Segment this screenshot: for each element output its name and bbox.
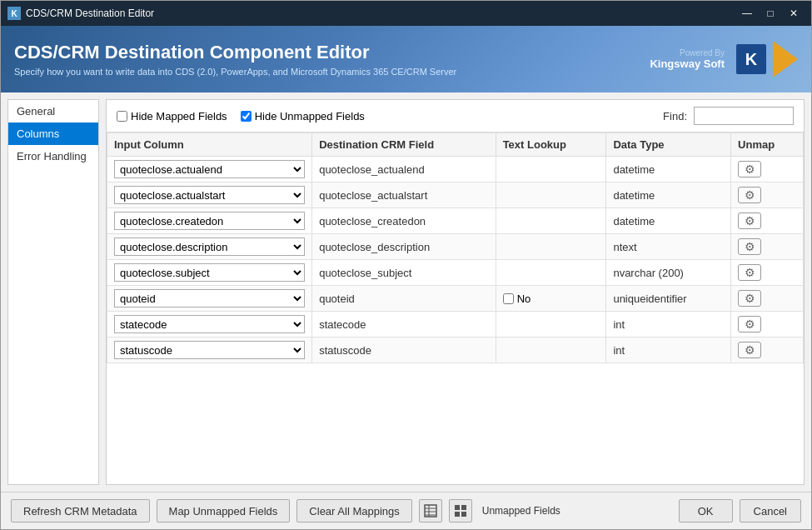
dest-field-cell: statuscode [312,338,496,363]
svg-rect-7 [455,512,460,517]
find-input[interactable] [694,107,794,125]
unmap-button[interactable]: ⚙ [738,187,761,203]
input-select[interactable]: quoteclose.description [114,238,305,256]
unmap-cell: ⚙ [731,260,804,286]
find-label: Find: [663,110,687,122]
cancel-button[interactable]: Cancel [740,499,801,522]
input-select[interactable]: quoteclose.createdon [114,212,305,230]
input-col-cell: quoteclose.actualstart [107,182,312,208]
bottom-bar: Refresh CRM Metadata Map Unmapped Fields… [1,492,811,529]
data-type-cell: datetime [606,182,731,208]
data-type-cell: ntext [606,234,731,260]
header-logo: Powered By Kingsway Soft K [650,41,798,78]
table-container: Input Column Destination CRM Field Text … [107,132,804,484]
svg-rect-8 [461,512,466,517]
table-header-row: Input Column Destination CRM Field Text … [107,133,804,157]
input-select[interactable]: quoteclose.actualend [114,160,305,178]
icon-button-1[interactable] [419,499,442,522]
text-lookup-cell: No [496,286,606,312]
text-lookup-cell [496,234,606,260]
logo-arrow [773,41,798,78]
maximize-button[interactable]: □ [760,5,781,22]
col-header-lookup: Text Lookup [496,133,606,157]
table-row: quoteclose.subjectquoteclose_subjectnvar… [107,260,804,286]
text-lookup-cell [496,182,606,208]
find-group: Find: [663,107,794,125]
unmap-button[interactable]: ⚙ [738,212,761,229]
table-row: quoteclose.descriptionquoteclose_descrip… [107,234,804,260]
dest-field-cell: statecode [312,312,496,338]
unmap-icon: ⚙ [745,214,755,228]
unmap-button[interactable]: ⚙ [738,316,761,332]
title-bar-controls: — □ ✕ [736,5,805,22]
input-col-cell: quoteclose.description [107,234,312,260]
unmap-button[interactable]: ⚙ [738,342,761,358]
data-type-cell: int [606,338,731,363]
logo-k: K [736,44,766,74]
header-left: CDS/CRM Destination Component Editor Spe… [14,42,456,77]
unmap-icon: ⚙ [745,162,755,176]
unmap-button[interactable]: ⚙ [738,264,761,281]
unmap-button[interactable]: ⚙ [738,290,761,307]
input-col-cell: quoteclose.actualend [107,157,312,182]
icon-button-2[interactable] [449,499,472,522]
table-icon [424,504,437,518]
table-row: quoteidquoteidNouniqueidentifier⚙ [107,286,804,312]
dest-field-cell: quoteclose_description [312,234,496,260]
input-col-cell: quoteid [107,286,312,312]
col-header-input: Input Column [107,133,312,157]
table-row: quoteclose.actualendquoteclose_actualend… [107,157,804,182]
input-col-cell: statuscode [107,338,312,363]
text-lookup-checkbox[interactable] [503,293,514,304]
brand-name: Kingsway Soft [650,58,725,70]
page-subtitle: Specify how you want to write data into … [14,67,456,77]
sidebar-item-general[interactable]: General [8,100,98,122]
text-lookup-label: No [517,292,531,305]
data-type-cell: datetime [606,208,731,234]
col-header-datatype: Data Type [606,133,731,157]
title-bar: K CDS/CRM Destination Editor — □ ✕ [1,1,811,26]
unmap-cell: ⚙ [731,182,804,208]
hide-unmapped-checkbox[interactable] [241,111,252,122]
clear-mappings-button[interactable]: Clear All Mappings [296,499,411,522]
input-select[interactable]: quoteclose.actualstart [114,186,305,204]
input-select[interactable]: statecode [114,315,305,333]
sidebar: General Columns Error Handling [7,99,99,485]
unmap-cell: ⚙ [731,157,804,182]
refresh-button[interactable]: Refresh CRM Metadata [11,499,150,522]
input-col-cell: quoteclose.subject [107,260,312,286]
text-lookup-cell [496,260,606,286]
minimize-button[interactable]: — [736,5,758,22]
map-unmapped-button[interactable]: Map Unmapped Fields [157,499,291,522]
right-panel: Hide Mapped Fields Hide Unmapped Fields … [106,99,805,485]
dest-field-cell: quoteclose_createdon [312,208,496,234]
sidebar-item-columns[interactable]: Columns [8,122,98,145]
powered-by-text: Powered By [650,48,725,58]
unmap-icon: ⚙ [745,266,755,279]
table-row: statecodestatecodeint⚙ [107,312,804,338]
unmap-icon: ⚙ [745,188,755,202]
hide-mapped-label: Hide Mapped Fields [131,110,227,122]
input-select[interactable]: quoteid [114,289,305,308]
unmapped-fields-label: Unmapped Fields [482,505,560,517]
text-lookup-cell [496,312,606,338]
ok-button[interactable]: OK [679,499,733,522]
col-header-unmap: Unmap [731,133,804,157]
unmap-cell: ⚙ [731,286,804,312]
close-button[interactable]: ✕ [783,5,805,22]
input-select[interactable]: statuscode [114,341,305,359]
hide-mapped-checkbox[interactable] [117,111,127,122]
table-row: quoteclose.actualstartquoteclose_actuals… [107,182,804,208]
unmap-button[interactable]: ⚙ [738,161,761,178]
input-col-cell: quoteclose.createdon [107,208,312,234]
main-content: General Columns Error Handling Hide Mapp… [1,92,811,492]
text-lookup-cell [496,338,606,363]
input-select[interactable]: quoteclose.subject [114,263,305,282]
unmap-icon: ⚙ [745,240,755,253]
sidebar-item-error-handling[interactable]: Error Handling [8,145,98,168]
header: CDS/CRM Destination Component Editor Spe… [1,26,811,92]
unmap-button[interactable]: ⚙ [738,238,761,255]
data-type-cell: datetime [606,157,731,182]
svg-rect-6 [461,505,466,510]
title-bar-text: CDS/CRM Destination Editor [26,8,731,19]
